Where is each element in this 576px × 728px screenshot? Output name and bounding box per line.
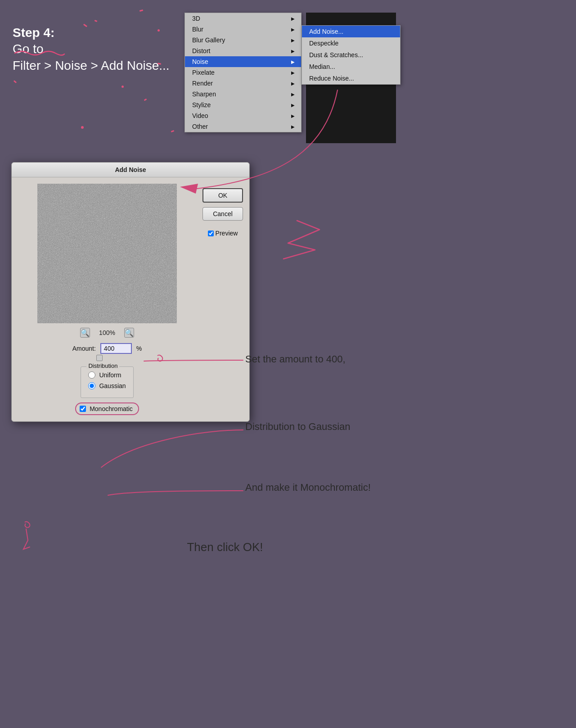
filter-menu[interactable]: 3D ▶ Blur ▶ Blur Gallery ▶ Distort ▶ Noi…	[184, 13, 302, 132]
zoom-out-button[interactable]: 🔍	[80, 328, 90, 338]
submenu-despeckle[interactable]: Despeckle	[302, 37, 400, 49]
dialog-preview-column: 🔍 100% 🔍 Amount: % Distri	[18, 184, 196, 415]
distribution-box: Distribution Uniform Gaussian	[81, 366, 133, 398]
amount-label: Amount:	[72, 345, 96, 352]
arrow-icon: ▶	[291, 38, 295, 43]
zoom-out-icon: 🔍	[81, 329, 90, 337]
annotation-distribution: Distribution to Gaussian	[245, 421, 351, 433]
arrow-icon: ▶	[291, 124, 295, 129]
arrow-icon: ▶	[291, 27, 295, 32]
annotation-amount: Set the amount to 400,	[245, 353, 346, 365]
submenu-dust-scratches[interactable]: Dust & Scratches...	[302, 49, 400, 61]
menu-item-3d[interactable]: 3D ▶	[185, 13, 301, 24]
arrow-icon: ▶	[291, 49, 295, 54]
amount-slider-row	[105, 357, 109, 360]
ok-button[interactable]: OK	[202, 188, 243, 203]
menu-item-other[interactable]: Other ▶	[185, 121, 301, 132]
distribution-label: Distribution	[86, 362, 119, 369]
submenu-add-noise[interactable]: Add Noise...	[302, 26, 400, 37]
uniform-radio[interactable]	[88, 371, 95, 379]
step-path: Filter > Noise > Add Noise...	[13, 58, 170, 74]
arrow-icon: ▶	[291, 81, 295, 86]
menu-item-video[interactable]: Video ▶	[185, 110, 301, 121]
step-number: Step 4:	[13, 25, 170, 41]
svg-rect-0	[37, 184, 177, 323]
filter-menu-list[interactable]: 3D ▶ Blur ▶ Blur Gallery ▶ Distort ▶ Noi…	[184, 13, 302, 132]
uniform-label: Uniform	[99, 371, 121, 379]
dialog-title: Add Noise	[12, 163, 249, 177]
menu-item-blur-gallery[interactable]: Blur Gallery ▶	[185, 35, 301, 45]
noise-preview-image	[37, 184, 177, 323]
annotation-click-ok: Then click OK!	[90, 540, 360, 554]
gaussian-radio-row[interactable]: Gaussian	[88, 382, 126, 389]
menu-item-blur[interactable]: Blur ▶	[185, 24, 301, 35]
preview-row: Preview	[208, 230, 238, 237]
monochromatic-row: Monochromatic	[73, 402, 141, 415]
menu-item-render[interactable]: Render ▶	[185, 78, 301, 89]
cancel-button[interactable]: Cancel	[202, 207, 243, 221]
menu-item-pixelate[interactable]: Pixelate ▶	[185, 67, 301, 78]
amount-row: Amount: %	[71, 343, 144, 354]
menu-item-noise[interactable]: Noise ▶	[185, 56, 301, 67]
add-noise-dialog: Add Noise 🔍 100% 🔍	[11, 162, 250, 422]
uniform-radio-row[interactable]: Uniform	[88, 371, 126, 379]
amount-unit: %	[136, 345, 142, 352]
arrow-icon: ▶	[291, 70, 295, 75]
annotation-monochromatic: And make it Monochromatic!	[245, 482, 371, 493]
squiggle-decoration	[13, 49, 67, 57]
monochromatic-label: Monochromatic	[90, 405, 133, 412]
arrow-icon: ▶	[291, 113, 295, 118]
zoom-level: 100%	[99, 329, 115, 336]
monochromatic-border: Monochromatic	[75, 402, 139, 415]
arrow-icon: ▶	[291, 92, 295, 97]
arrow-icon: ▶	[291, 59, 295, 64]
preview-label: Preview	[216, 230, 238, 237]
arrow-icon: ▶	[291, 16, 295, 21]
menu-item-distort[interactable]: Distort ▶	[185, 45, 301, 56]
menu-item-stylize[interactable]: Stylize ▶	[185, 99, 301, 110]
arrow-icon: ▶	[291, 103, 295, 108]
zoom-in-icon: 🔍	[125, 329, 134, 337]
amount-slider-thumb[interactable]	[96, 355, 103, 361]
monochromatic-checkbox[interactable]	[80, 406, 86, 412]
noise-submenu[interactable]: Add Noise... Despeckle Dust & Scratches.…	[302, 25, 400, 85]
amount-input[interactable]	[100, 343, 132, 354]
zoom-in-button[interactable]: 🔍	[124, 328, 134, 338]
submenu-reduce-noise[interactable]: Reduce Noise...	[302, 72, 400, 84]
submenu-median[interactable]: Median...	[302, 61, 400, 72]
gaussian-label: Gaussian	[99, 382, 126, 389]
gaussian-radio[interactable]	[88, 382, 95, 389]
preview-checkbox[interactable]	[208, 231, 214, 236]
menu-item-sharpen[interactable]: Sharpen ▶	[185, 89, 301, 99]
zoom-controls: 🔍 100% 🔍	[80, 328, 134, 338]
dialog-buttons-column: OK Cancel Preview	[202, 184, 243, 415]
